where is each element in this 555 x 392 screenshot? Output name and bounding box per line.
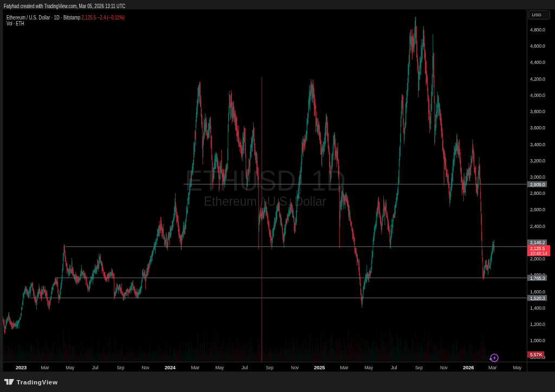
svg-text:4,200.0: 4,200.0 [530, 76, 545, 82]
svg-text:2023: 2023 [16, 364, 27, 370]
svg-text:1,200.0: 1,200.0 [530, 321, 545, 327]
svg-text:2,146.2: 2,146.2 [530, 239, 545, 245]
svg-text:Mar: Mar [488, 364, 497, 370]
svg-text:2,000.0: 2,000.0 [530, 256, 545, 262]
svg-text:2024: 2024 [165, 364, 176, 370]
svg-text:10:48:14: 10:48:14 [530, 250, 547, 256]
svg-text:1,400.0: 1,400.0 [530, 305, 545, 311]
svg-text:1,520.3: 1,520.3 [530, 295, 545, 301]
svg-text:Jul: Jul [242, 364, 248, 370]
svg-text:Sep: Sep [415, 364, 423, 370]
svg-text:ETHUSD, 1D: ETHUSD, 1D [185, 165, 346, 197]
svg-text:3,000.0: 3,000.0 [530, 174, 545, 180]
svg-text:Nov: Nov [291, 364, 299, 370]
svg-text:Jul: Jul [391, 364, 397, 370]
svg-text:Sep: Sep [117, 364, 124, 370]
svg-text:May: May [215, 364, 224, 370]
svg-text:1,600.0: 1,600.0 [530, 289, 545, 295]
svg-text:May: May [513, 364, 522, 370]
svg-text:4,600.0: 4,600.0 [530, 43, 545, 49]
svg-text:Nov: Nov [440, 364, 448, 370]
svg-text:1,000.0: 1,000.0 [530, 337, 545, 343]
svg-text:3,800.0: 3,800.0 [530, 108, 545, 114]
svg-text:4,400.0: 4,400.0 [530, 59, 545, 65]
svg-text:4,800.0: 4,800.0 [530, 27, 545, 32]
svg-text:Jul: Jul [92, 364, 99, 370]
svg-text:2,800.0: 2,800.0 [530, 190, 545, 196]
svg-text:Mar: Mar [191, 364, 199, 370]
svg-text:2025: 2025 [314, 364, 325, 370]
svg-text:2,600.0: 2,600.0 [530, 206, 545, 212]
svg-text:2,400.0: 2,400.0 [530, 223, 545, 229]
svg-text:5.57 K: 5.57 K [530, 351, 543, 357]
svg-text:May: May [364, 364, 373, 370]
svg-text:Mar: Mar [340, 364, 349, 370]
svg-text:Mar: Mar [41, 364, 49, 370]
svg-text:2,909.0: 2,909.0 [530, 181, 545, 187]
svg-text:1,765.3: 1,765.3 [530, 275, 545, 281]
svg-text:3,400.0: 3,400.0 [530, 141, 545, 147]
svg-text:4,000.0: 4,000.0 [530, 92, 545, 98]
svg-text:3,600.0: 3,600.0 [530, 125, 545, 130]
svg-text:2026: 2026 [463, 364, 474, 370]
svg-text:Sep: Sep [266, 364, 274, 370]
svg-text:Nov: Nov [142, 364, 150, 370]
svg-text:3,200.0: 3,200.0 [530, 158, 545, 164]
svg-text:May: May [66, 364, 75, 370]
